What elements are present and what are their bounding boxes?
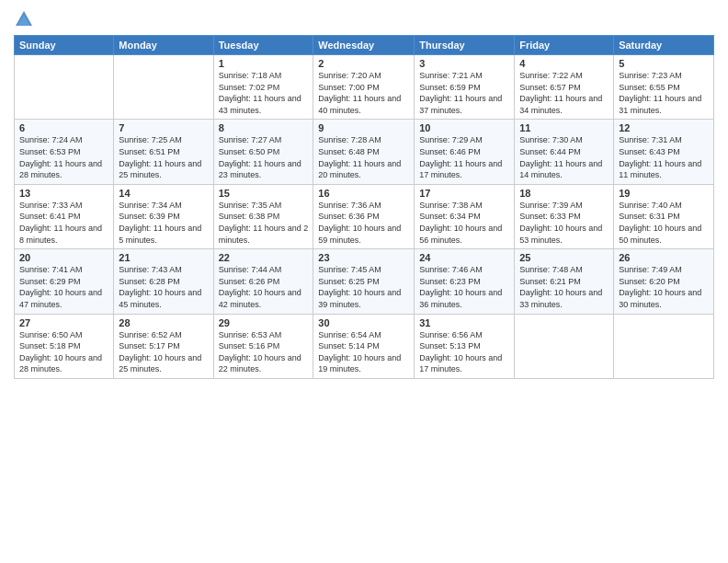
calendar-cell: 1Sunrise: 7:18 AM Sunset: 7:02 PM Daylig…: [213, 55, 313, 120]
day-number: 9: [318, 122, 409, 133]
calendar-cell: 9Sunrise: 7:28 AM Sunset: 6:48 PM Daylig…: [313, 120, 415, 184]
day-info: Sunrise: 7:43 AM Sunset: 6:28 PM Dayligh…: [119, 264, 208, 310]
calendar-cell: 27Sunrise: 6:50 AM Sunset: 5:18 PM Dayli…: [15, 314, 114, 378]
calendar-cell: 19Sunrise: 7:40 AM Sunset: 6:31 PM Dayli…: [614, 184, 714, 248]
calendar-cell: [114, 55, 213, 120]
calendar-header-row: SundayMondayTuesdayWednesdayThursdayFrid…: [15, 36, 714, 55]
calendar-cell: 11Sunrise: 7:30 AM Sunset: 6:44 PM Dayli…: [515, 120, 614, 184]
day-number: 7: [119, 122, 208, 133]
day-info: Sunrise: 6:50 AM Sunset: 5:18 PM Dayligh…: [19, 329, 108, 375]
calendar-cell: 8Sunrise: 7:27 AM Sunset: 6:50 PM Daylig…: [213, 120, 313, 184]
day-info: Sunrise: 7:40 AM Sunset: 6:31 PM Dayligh…: [619, 200, 709, 246]
day-info: Sunrise: 6:52 AM Sunset: 5:17 PM Dayligh…: [119, 329, 208, 375]
calendar-week-row: 6Sunrise: 7:24 AM Sunset: 6:53 PM Daylig…: [15, 120, 714, 184]
calendar-cell: 26Sunrise: 7:49 AM Sunset: 6:20 PM Dayli…: [614, 249, 714, 314]
calendar-cell: 30Sunrise: 6:54 AM Sunset: 5:14 PM Dayli…: [313, 314, 415, 378]
weekday-header: Wednesday: [313, 36, 415, 55]
calendar-cell: [515, 314, 614, 378]
day-number: 25: [519, 252, 609, 263]
day-number: 26: [619, 252, 709, 263]
calendar-cell: 4Sunrise: 7:22 AM Sunset: 6:57 PM Daylig…: [515, 55, 614, 120]
day-number: 21: [119, 252, 208, 263]
header: [14, 9, 714, 29]
day-number: 12: [619, 122, 709, 133]
calendar-cell: [15, 55, 114, 120]
day-number: 17: [419, 188, 509, 199]
day-number: 18: [519, 188, 609, 199]
day-info: Sunrise: 7:39 AM Sunset: 6:33 PM Dayligh…: [519, 200, 609, 246]
day-info: Sunrise: 7:25 AM Sunset: 6:51 PM Dayligh…: [119, 134, 208, 180]
day-info: Sunrise: 7:35 AM Sunset: 6:38 PM Dayligh…: [219, 200, 309, 246]
day-info: Sunrise: 6:53 AM Sunset: 5:16 PM Dayligh…: [219, 329, 309, 375]
calendar-cell: 22Sunrise: 7:44 AM Sunset: 6:26 PM Dayli…: [213, 249, 313, 314]
calendar-cell: 31Sunrise: 6:56 AM Sunset: 5:13 PM Dayli…: [415, 314, 515, 378]
day-number: 14: [119, 188, 208, 199]
calendar-cell: 23Sunrise: 7:45 AM Sunset: 6:25 PM Dayli…: [313, 249, 415, 314]
calendar-cell: 2Sunrise: 7:20 AM Sunset: 7:00 PM Daylig…: [313, 55, 415, 120]
calendar-cell: 20Sunrise: 7:41 AM Sunset: 6:29 PM Dayli…: [15, 249, 114, 314]
day-number: 8: [219, 122, 309, 133]
calendar-week-row: 20Sunrise: 7:41 AM Sunset: 6:29 PM Dayli…: [15, 249, 714, 314]
day-info: Sunrise: 7:24 AM Sunset: 6:53 PM Dayligh…: [19, 134, 108, 180]
day-info: Sunrise: 7:38 AM Sunset: 6:34 PM Dayligh…: [419, 200, 509, 246]
day-number: 24: [419, 252, 509, 263]
calendar-table: SundayMondayTuesdayWednesdayThursdayFrid…: [14, 35, 714, 379]
calendar-cell: 12Sunrise: 7:31 AM Sunset: 6:43 PM Dayli…: [614, 120, 714, 184]
day-number: 20: [19, 252, 108, 263]
weekday-header: Tuesday: [213, 36, 313, 55]
calendar-cell: 29Sunrise: 6:53 AM Sunset: 5:16 PM Dayli…: [213, 314, 313, 378]
page: SundayMondayTuesdayWednesdayThursdayFrid…: [0, 0, 728, 563]
day-number: 10: [419, 122, 509, 133]
weekday-header: Monday: [114, 36, 213, 55]
day-number: 11: [519, 122, 609, 133]
day-info: Sunrise: 7:41 AM Sunset: 6:29 PM Dayligh…: [19, 264, 108, 310]
calendar-cell: 16Sunrise: 7:36 AM Sunset: 6:36 PM Dayli…: [313, 184, 415, 248]
day-info: Sunrise: 7:36 AM Sunset: 6:36 PM Dayligh…: [318, 200, 409, 246]
calendar-cell: 10Sunrise: 7:29 AM Sunset: 6:46 PM Dayli…: [415, 120, 515, 184]
calendar-week-row: 13Sunrise: 7:33 AM Sunset: 6:41 PM Dayli…: [15, 184, 714, 248]
day-number: 27: [19, 317, 108, 328]
day-info: Sunrise: 7:23 AM Sunset: 6:55 PM Dayligh…: [619, 70, 709, 116]
day-info: Sunrise: 7:28 AM Sunset: 6:48 PM Dayligh…: [318, 134, 409, 180]
calendar-week-row: 27Sunrise: 6:50 AM Sunset: 5:18 PM Dayli…: [15, 314, 714, 378]
calendar-cell: 5Sunrise: 7:23 AM Sunset: 6:55 PM Daylig…: [614, 55, 714, 120]
logo: [14, 9, 38, 29]
day-info: Sunrise: 7:29 AM Sunset: 6:46 PM Dayligh…: [419, 134, 509, 180]
calendar-cell: 25Sunrise: 7:48 AM Sunset: 6:21 PM Dayli…: [515, 249, 614, 314]
calendar-cell: [614, 314, 714, 378]
day-number: 16: [318, 188, 409, 199]
day-number: 30: [318, 317, 409, 328]
day-number: 23: [318, 252, 409, 263]
calendar-cell: 15Sunrise: 7:35 AM Sunset: 6:38 PM Dayli…: [213, 184, 313, 248]
day-info: Sunrise: 7:30 AM Sunset: 6:44 PM Dayligh…: [519, 134, 609, 180]
day-info: Sunrise: 7:33 AM Sunset: 6:41 PM Dayligh…: [19, 200, 108, 246]
day-info: Sunrise: 7:20 AM Sunset: 7:00 PM Dayligh…: [318, 70, 409, 116]
calendar-cell: 28Sunrise: 6:52 AM Sunset: 5:17 PM Dayli…: [114, 314, 213, 378]
day-info: Sunrise: 7:44 AM Sunset: 6:26 PM Dayligh…: [219, 264, 309, 310]
day-info: Sunrise: 7:48 AM Sunset: 6:21 PM Dayligh…: [519, 264, 609, 310]
calendar-cell: 13Sunrise: 7:33 AM Sunset: 6:41 PM Dayli…: [15, 184, 114, 248]
day-info: Sunrise: 7:21 AM Sunset: 6:59 PM Dayligh…: [419, 70, 509, 116]
day-info: Sunrise: 7:31 AM Sunset: 6:43 PM Dayligh…: [619, 134, 709, 180]
calendar-cell: 7Sunrise: 7:25 AM Sunset: 6:51 PM Daylig…: [114, 120, 213, 184]
calendar-cell: 14Sunrise: 7:34 AM Sunset: 6:39 PM Dayli…: [114, 184, 213, 248]
day-info: Sunrise: 7:46 AM Sunset: 6:23 PM Dayligh…: [419, 264, 509, 310]
calendar-cell: 17Sunrise: 7:38 AM Sunset: 6:34 PM Dayli…: [415, 184, 515, 248]
day-info: Sunrise: 7:49 AM Sunset: 6:20 PM Dayligh…: [619, 264, 709, 310]
weekday-header: Saturday: [614, 36, 714, 55]
day-number: 3: [419, 58, 509, 69]
day-info: Sunrise: 6:56 AM Sunset: 5:13 PM Dayligh…: [419, 329, 509, 375]
calendar-cell: 21Sunrise: 7:43 AM Sunset: 6:28 PM Dayli…: [114, 249, 213, 314]
logo-icon: [14, 9, 34, 29]
day-info: Sunrise: 7:45 AM Sunset: 6:25 PM Dayligh…: [318, 264, 409, 310]
day-number: 5: [619, 58, 709, 69]
calendar-cell: 3Sunrise: 7:21 AM Sunset: 6:59 PM Daylig…: [415, 55, 515, 120]
day-number: 29: [219, 317, 309, 328]
calendar-cell: 24Sunrise: 7:46 AM Sunset: 6:23 PM Dayli…: [415, 249, 515, 314]
calendar-cell: 18Sunrise: 7:39 AM Sunset: 6:33 PM Dayli…: [515, 184, 614, 248]
day-number: 4: [519, 58, 609, 69]
day-number: 15: [219, 188, 309, 199]
day-number: 6: [19, 122, 108, 133]
weekday-header: Sunday: [15, 36, 114, 55]
day-number: 19: [619, 188, 709, 199]
